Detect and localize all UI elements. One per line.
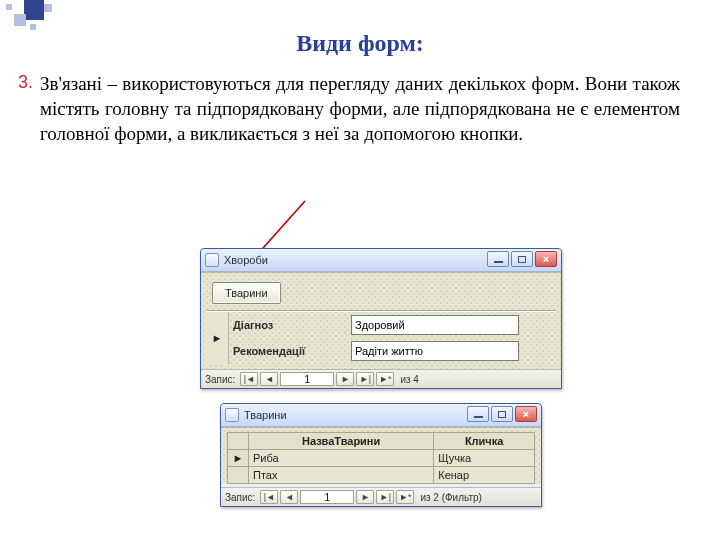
sub-grid: НазваТварини Кличка ► Риба Щучка Птах Ке… <box>227 432 535 484</box>
nav-first-button[interactable]: |◄ <box>240 372 258 386</box>
recommendations-label: Рекомендації <box>229 338 348 364</box>
record-label: Запис: <box>205 374 235 385</box>
form-icon <box>205 253 219 267</box>
record-of-label: из 2 (Фильтр) <box>420 492 482 503</box>
maximize-button[interactable] <box>511 251 533 267</box>
minimize-button[interactable] <box>467 406 489 422</box>
record-of-label: из 4 <box>400 374 419 385</box>
record-selector[interactable]: ► <box>206 312 229 364</box>
record-position-input[interactable] <box>280 372 334 386</box>
table-header-row: НазваТварини Кличка <box>228 433 535 450</box>
nav-prev-button[interactable]: ◄ <box>260 372 278 386</box>
diagnosis-field[interactable] <box>351 315 519 335</box>
form-icon <box>225 408 239 422</box>
cell-animal-name[interactable]: Риба <box>249 450 434 467</box>
sub-form-body: НазваТварини Кличка ► Риба Щучка Птах Ке… <box>221 427 541 484</box>
body-text: 3. Зв'язані – використовуються для перег… <box>40 71 680 146</box>
nav-next-button[interactable]: ► <box>356 490 374 504</box>
close-icon: × <box>543 254 549 265</box>
table-row: ► Діагноз <box>206 312 556 338</box>
cell-animal-name[interactable]: Птах <box>249 467 434 484</box>
sub-form-window: Тварини × НазваТварини Кличка ► Риба Щуч… <box>220 403 542 507</box>
col-nickname[interactable]: Кличка <box>434 433 535 450</box>
recommendations-field[interactable] <box>351 341 519 361</box>
col-animal-name[interactable]: НазваТварини <box>249 433 434 450</box>
close-button[interactable]: × <box>515 406 537 422</box>
main-window-title: Хвороби <box>224 254 268 266</box>
table-row: Рекомендації <box>206 338 556 364</box>
table-row[interactable]: ► Риба Щучка <box>228 450 535 467</box>
main-fields-table: ► Діагноз Рекомендації <box>206 312 556 364</box>
nav-prev-button[interactable]: ◄ <box>280 490 298 504</box>
record-selector[interactable]: ► <box>228 450 249 467</box>
record-selector[interactable] <box>228 467 249 484</box>
page-title: Види форм: <box>0 30 720 57</box>
record-position-input[interactable] <box>300 490 354 504</box>
cell-nickname[interactable]: Кенар <box>434 467 535 484</box>
corner-decoration <box>0 0 80 60</box>
diagnosis-label: Діагноз <box>229 312 348 338</box>
main-titlebar[interactable]: Хвороби × <box>201 249 561 272</box>
paragraph: Зв'язані – використовуються для перегляд… <box>40 73 680 144</box>
nav-new-button[interactable]: ►* <box>396 490 414 504</box>
minimize-button[interactable] <box>487 251 509 267</box>
nav-next-button[interactable]: ► <box>336 372 354 386</box>
nav-first-button[interactable]: |◄ <box>260 490 278 504</box>
sub-titlebar[interactable]: Тварини × <box>221 404 541 427</box>
nav-last-button[interactable]: ►| <box>376 490 394 504</box>
record-label: Запис: <box>225 492 255 503</box>
table-row[interactable]: Птах Кенар <box>228 467 535 484</box>
grid-corner[interactable] <box>228 433 249 450</box>
cell-nickname[interactable]: Щучка <box>434 450 535 467</box>
nav-new-button[interactable]: ►* <box>376 372 394 386</box>
list-number: 3. <box>18 71 33 95</box>
close-button[interactable]: × <box>535 251 557 267</box>
main-form-window: Хвороби × Тварини ► Діагноз Рекомендації <box>200 248 562 389</box>
close-icon: × <box>523 409 529 420</box>
open-subform-button[interactable]: Тварини <box>212 282 281 304</box>
maximize-button[interactable] <box>491 406 513 422</box>
main-record-navigator: Запис: |◄ ◄ ► ►| ►* из 4 <box>201 369 561 388</box>
sub-window-title: Тварини <box>244 409 287 421</box>
sub-record-navigator: Запис: |◄ ◄ ► ►| ►* из 2 (Фильтр) <box>221 487 541 506</box>
main-form-body: Тварини ► Діагноз Рекомендації <box>201 272 561 369</box>
nav-last-button[interactable]: ►| <box>356 372 374 386</box>
